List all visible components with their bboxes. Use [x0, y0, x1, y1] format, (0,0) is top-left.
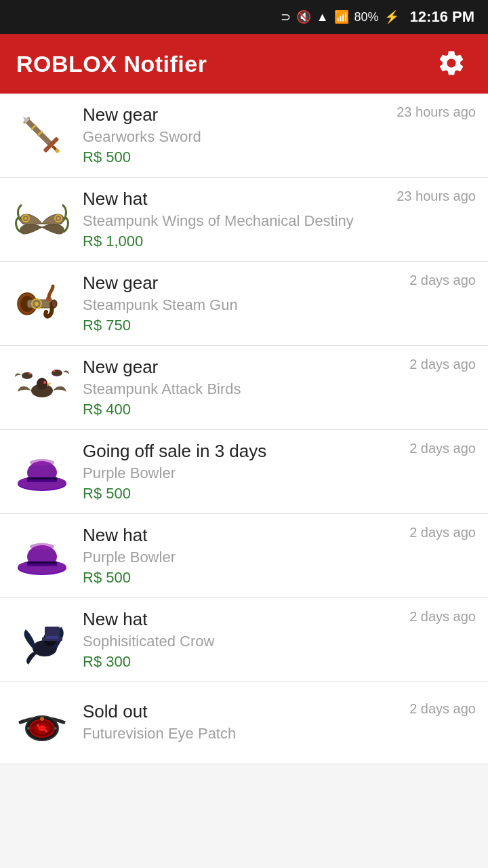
item-time: 2 days ago: [409, 357, 476, 372]
item-subtitle: Steampunk Wings of Mechanical Destiny: [83, 212, 476, 230]
item-subtitle: Gearworks Sword: [83, 128, 476, 146]
crow-icon: [12, 610, 72, 670]
birds-icon: [12, 358, 72, 418]
item-header: New hat 2 days ago: [83, 609, 476, 630]
svg-point-30: [30, 459, 54, 466]
svg-point-18: [52, 300, 57, 308]
list-item[interactable]: New gear 2 days ago Steampunk Attack Bir…: [0, 346, 488, 430]
svg-point-22: [43, 381, 46, 384]
status-icons: ⊃ 🔇 ▲ 📶 80% ⚡ 12:16 PM: [281, 8, 474, 26]
list-item[interactable]: Going off sale in 3 days 2 days ago Purp…: [0, 430, 488, 514]
item-header: Sold out 2 days ago: [83, 701, 476, 722]
svg-point-20: [37, 378, 47, 390]
bowler-hat-icon: [12, 442, 72, 502]
svg-point-56: [54, 727, 57, 730]
settings-icon: [436, 48, 466, 78]
svg-point-54: [45, 730, 47, 732]
item-title: New gear: [83, 273, 158, 294]
item-title: New gear: [83, 357, 158, 378]
list-item[interactable]: New hat 2 days ago Purple Bowler R$ 500: [0, 514, 488, 598]
item-content: New hat 2 days ago Sophisiticated Crow R…: [83, 609, 476, 671]
status-time: 12:16 PM: [410, 8, 474, 26]
gun-icon: [12, 274, 72, 334]
wings-icon: [12, 190, 72, 250]
item-image: [12, 274, 72, 334]
item-subtitle: Futurevision Eye Patch: [83, 725, 476, 743]
status-bar: ⊃ 🔇 ▲ 📶 80% ⚡ 12:16 PM: [0, 0, 488, 34]
item-content: New gear 2 days ago Steampunk Attack Bir…: [83, 357, 476, 418]
signal-icon: 📶: [334, 9, 349, 24]
list-item[interactable]: New gear 23 hours ago Gearworks Sword R$…: [0, 94, 488, 178]
svg-rect-32: [27, 477, 57, 479]
settings-button[interactable]: [431, 43, 472, 85]
bowler-hat-icon-2: [12, 526, 72, 586]
list-item[interactable]: New hat 2 days ago Sophisiticated Crow R…: [0, 598, 488, 682]
item-subtitle: Purple Bowler: [83, 465, 476, 482]
item-header: New hat 2 days ago: [83, 525, 476, 546]
item-image: [12, 526, 72, 586]
item-subtitle: Steampunk Attack Birds: [83, 380, 476, 398]
item-title: New hat: [83, 609, 147, 630]
item-image: [12, 190, 72, 250]
bluetooth-icon: ⊃: [281, 9, 291, 24]
wifi-icon: ▲: [317, 10, 329, 24]
svg-point-25: [52, 370, 62, 376]
list-item[interactable]: Sold out 2 days ago Futurevision Eye Pat…: [0, 682, 488, 764]
list-item[interactable]: New gear 2 days ago Steampunk Steam Gun …: [0, 262, 488, 346]
svg-point-24: [29, 372, 31, 374]
item-subtitle: Sophisiticated Crow: [83, 633, 476, 650]
item-title: Sold out: [83, 701, 147, 722]
item-price: R$ 500: [83, 149, 476, 166]
battery-text: 80%: [354, 10, 379, 24]
item-image: [12, 610, 72, 670]
svg-point-53: [37, 724, 39, 727]
item-content: Going off sale in 3 days 2 days ago Purp…: [83, 441, 476, 502]
item-price: R$ 300: [83, 653, 476, 671]
item-price: R$ 400: [83, 401, 476, 418]
svg-rect-38: [27, 561, 57, 564]
item-image: [12, 358, 72, 418]
notification-list: New gear 23 hours ago Gearworks Sword R$…: [0, 94, 488, 764]
item-content: New gear 2 days ago Steampunk Steam Gun …: [83, 273, 476, 334]
item-time: 2 days ago: [409, 525, 476, 540]
app-bar: ROBLOX Notifier: [0, 34, 488, 94]
item-image: [12, 442, 72, 502]
item-price: R$ 1,000: [83, 233, 476, 250]
item-content: New hat 23 hours ago Steampunk Wings of …: [83, 189, 476, 250]
item-header: New gear 23 hours ago: [83, 104, 476, 125]
item-title: Going off sale in 3 days: [83, 441, 266, 462]
item-header: New gear 2 days ago: [83, 357, 476, 378]
svg-rect-0: [24, 117, 54, 148]
item-time: 2 days ago: [409, 701, 476, 717]
svg-point-9: [24, 217, 27, 220]
list-item[interactable]: New hat 23 hours ago Steampunk Wings of …: [0, 178, 488, 262]
sword-icon: [12, 106, 72, 165]
item-header: Going off sale in 3 days 2 days ago: [83, 441, 476, 462]
item-time: 23 hours ago: [396, 104, 476, 120]
item-image: [12, 106, 72, 165]
item-time: 2 days ago: [409, 441, 476, 456]
svg-point-23: [22, 372, 33, 379]
svg-point-57: [40, 717, 44, 721]
item-price: R$ 500: [83, 569, 476, 587]
app-title: ROBLOX Notifier: [16, 51, 207, 77]
svg-point-55: [27, 727, 30, 730]
item-title: New hat: [83, 525, 147, 546]
svg-point-36: [30, 543, 54, 550]
item-time: 2 days ago: [409, 273, 476, 288]
svg-point-11: [57, 217, 60, 220]
item-title: New hat: [83, 189, 147, 210]
svg-point-26: [54, 370, 56, 372]
item-content: Sold out 2 days ago Futurevision Eye Pat…: [83, 701, 476, 745]
item-subtitle: Steampunk Steam Gun: [83, 296, 476, 314]
item-time: 23 hours ago: [396, 189, 476, 204]
item-header: New hat 23 hours ago: [83, 189, 476, 210]
svg-point-17: [35, 302, 39, 306]
item-image: [12, 693, 72, 753]
item-header: New gear 2 days ago: [83, 273, 476, 294]
mute-icon: 🔇: [296, 9, 311, 24]
item-subtitle: Purple Bowler: [83, 549, 476, 566]
item-price: R$ 500: [83, 485, 476, 502]
item-title: New gear: [83, 104, 158, 125]
item-price: R$ 750: [83, 317, 476, 334]
